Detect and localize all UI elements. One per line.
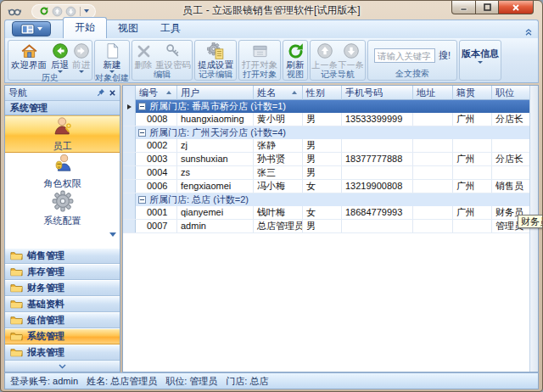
new-button[interactable]: 新建: [97, 42, 127, 73]
grid-cell[interactable]: huangxiaoming: [177, 113, 254, 126]
grid-cell[interactable]: sunshuxian: [177, 153, 254, 165]
sidebar-button-system[interactable]: 系统管理: [5, 328, 120, 344]
grid-cell[interactable]: 销售员: [492, 180, 529, 193]
grid-cell[interactable]: admin: [177, 220, 254, 232]
grid-cell[interactable]: 孙书贤: [254, 153, 303, 165]
grid-cell[interactable]: 女: [303, 180, 342, 193]
delete-button[interactable]: 删除: [132, 42, 154, 70]
pane-overflow-caret-icon[interactable]: [109, 226, 116, 241]
column-header-user[interactable]: 用户: [177, 86, 254, 100]
grid-cell[interactable]: 广州: [453, 180, 492, 193]
grid-cell[interactable]: 18377777888: [342, 153, 413, 165]
commission-settings-button[interactable]: 提成设置: [196, 42, 235, 70]
sidebar-section-header[interactable]: 系统管理: [5, 101, 120, 115]
application-menu-button[interactable]: [12, 21, 51, 36]
grid-cell[interactable]: zj: [177, 139, 254, 152]
grid-cell[interactable]: 男: [303, 153, 342, 165]
grid-row[interactable]: 0007 admin 总店管理员 男 管理员: [123, 220, 529, 233]
sidebar-button-sms[interactable]: 短信管理: [5, 312, 120, 328]
refresh-button[interactable]: 刷新: [284, 42, 307, 70]
vertical-scrollbar[interactable]: [529, 86, 538, 372]
grid-cell[interactable]: 0007: [136, 220, 177, 232]
qat-customize-caret-icon[interactable]: [84, 9, 89, 13]
grid-cell[interactable]: zs: [177, 166, 254, 179]
grid-cell[interactable]: 张三: [254, 166, 303, 179]
grid-cell[interactable]: 18684779993: [342, 206, 413, 219]
grid-cell[interactable]: 男: [303, 139, 342, 152]
previous-record-button[interactable]: 上一条: [311, 42, 338, 70]
tab-view[interactable]: 视图: [107, 19, 149, 38]
search-go-button[interactable]: 搜!: [439, 49, 451, 62]
grid-cell[interactable]: 0008: [136, 113, 177, 126]
grid-cell[interactable]: 广州: [453, 153, 492, 165]
minimize-button[interactable]: [451, 1, 476, 14]
grid-cell[interactable]: [342, 166, 413, 179]
collapse-group-icon[interactable]: [138, 196, 146, 204]
maximize-button[interactable]: [476, 1, 499, 14]
column-header-code[interactable]: 编号: [136, 86, 177, 100]
ribbon-collapse-icon[interactable]: [524, 25, 533, 40]
quick-next-button[interactable]: [65, 6, 76, 17]
grid-cell[interactable]: 广州: [453, 113, 492, 126]
sidebar-button-inventory[interactable]: 库存管理: [5, 264, 120, 280]
tab-tools[interactable]: 工具: [149, 19, 192, 38]
grid-cell[interactable]: [453, 139, 492, 152]
grid-cell[interactable]: [413, 166, 453, 179]
grid-cell[interactable]: 张静: [254, 139, 303, 152]
grid-row[interactable]: 0006 fengxiaomei 冯小梅 女 13219900808 广州 销售…: [123, 180, 529, 193]
grid-row[interactable]: 0008 huangxiaoming 黄小明 男 13533399999 广州 …: [123, 113, 529, 126]
grid-row[interactable]: 0004 zs 张三 男: [123, 166, 529, 180]
column-header-position[interactable]: 职位: [492, 86, 529, 100]
grid-cell[interactable]: 男: [303, 113, 342, 126]
column-header-hometown[interactable]: 籍贯: [453, 86, 492, 100]
forward-button[interactable]: 前进: [70, 42, 92, 73]
grid-cell[interactable]: 0006: [136, 180, 177, 193]
grid-cell[interactable]: [342, 220, 413, 232]
grid-cell[interactable]: 广州: [453, 206, 492, 219]
column-header-name[interactable]: 姓名: [254, 86, 303, 100]
grid-row[interactable]: 0002 zj 张静 男: [123, 139, 529, 153]
grid-cell[interactable]: 分店长: [492, 153, 529, 165]
grid-cell[interactable]: 总店管理员: [254, 220, 303, 232]
grid-row[interactable]: 0003 sunshuxian 孙书贤 男 18377777888 广州 分店长: [123, 153, 529, 166]
grid-cell[interactable]: 13219900808: [342, 180, 413, 193]
tab-start[interactable]: 开始: [63, 17, 107, 38]
reset-password-button[interactable]: 重设密码: [154, 42, 192, 70]
grid-cell[interactable]: [453, 166, 492, 179]
sidebar-button-sales[interactable]: 销售管理: [5, 248, 120, 264]
grid-cell[interactable]: 分店长: [492, 113, 529, 126]
quick-refresh-button[interactable]: [38, 6, 49, 17]
grid-cell[interactable]: fengxiaomei: [177, 180, 254, 193]
sidebar-button-finance[interactable]: 财务管理: [5, 280, 120, 296]
grid-cell[interactable]: qianyemei: [177, 206, 254, 219]
grid-cell[interactable]: [453, 220, 492, 232]
version-info-button[interactable]: 版本信息: [462, 49, 499, 64]
grid-cell[interactable]: [413, 220, 453, 232]
grid-cell[interactable]: [492, 166, 529, 179]
grid-cell[interactable]: [413, 180, 453, 193]
group-row-tianhe[interactable]: 所属门店: 广州天河分店 (计数=4): [123, 126, 529, 139]
back-button[interactable]: 后退: [49, 42, 70, 73]
column-header-phone[interactable]: 手机号码: [342, 86, 413, 100]
sidebar-collapse-bar[interactable]: [5, 361, 120, 372]
sidebar-item-system-config[interactable]: 系统配置: [5, 190, 120, 227]
close-button[interactable]: [499, 1, 534, 14]
sidebar-button-reports[interactable]: 报表管理: [5, 344, 120, 361]
next-record-button[interactable]: 下一条: [338, 42, 364, 70]
grid-cell[interactable]: 男: [303, 166, 342, 179]
grid-cell[interactable]: 13533399999: [342, 113, 413, 126]
grid-cell[interactable]: [342, 139, 413, 152]
close-pane-icon[interactable]: [109, 88, 116, 98]
collapse-group-icon[interactable]: [138, 129, 146, 137]
welcome-button[interactable]: 欢迎界面: [8, 42, 49, 70]
grid-cell[interactable]: 钱叶梅: [254, 206, 303, 219]
grid-cell[interactable]: 0002: [136, 139, 177, 152]
open-object-button[interactable]: 打开对象: [240, 42, 279, 70]
sidebar-item-employee[interactable]: 员工: [5, 115, 120, 153]
pin-icon[interactable]: [97, 88, 105, 98]
grid-cell[interactable]: 0001: [136, 206, 177, 219]
collapse-group-icon[interactable]: [138, 103, 146, 110]
sidebar-button-basic-data[interactable]: 基础资料: [5, 296, 120, 312]
sidebar-item-role-permission[interactable]: 角色权限: [5, 153, 120, 190]
grid-cell[interactable]: 女: [303, 206, 342, 219]
